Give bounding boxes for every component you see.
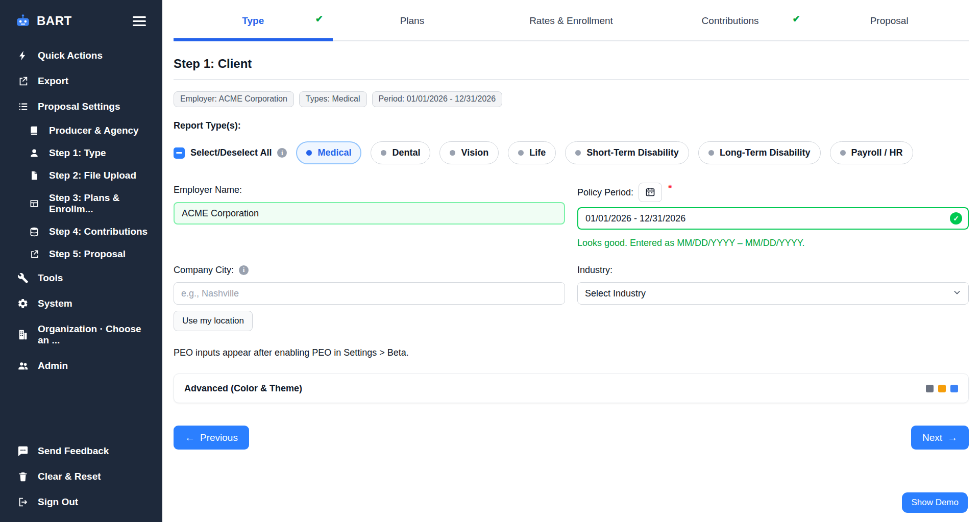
file-icon: [28, 170, 41, 181]
tab-label: Type: [242, 15, 264, 26]
arrow-right-icon: →: [947, 432, 958, 443]
pill-label: Long-Term Disability: [720, 147, 811, 158]
show-demo-button[interactable]: Show Demo: [902, 492, 968, 513]
sidebar-item-system[interactable]: System: [0, 291, 162, 316]
sidebar-item-label: Step 4: Contributions: [49, 226, 148, 237]
select-all-label: Select/Deselect All: [190, 147, 272, 158]
advanced-color-theme-accordion[interactable]: Advanced (Color & Theme): [174, 374, 969, 403]
database-icon: [28, 227, 41, 237]
main-content: Type ✔ Plans Rates & Enrollment Contribu…: [162, 0, 980, 522]
tab-contributions[interactable]: Contributions ✔: [651, 8, 810, 40]
check-icon: ✔: [315, 13, 323, 24]
tab-proposal[interactable]: Proposal: [810, 8, 969, 40]
pill-label: Medical: [317, 147, 351, 158]
arrow-left-icon: ←: [185, 432, 195, 443]
building-icon: [16, 329, 30, 340]
sidebar-item-step4-contributions[interactable]: Step 4: Contributions: [0, 220, 162, 243]
next-button-label: Next: [922, 432, 942, 443]
page-title: Step 1: Client: [174, 57, 969, 71]
book-icon: [28, 126, 41, 136]
policy-period-helper-text: Looks good. Entered as MM/DD/YYYY – MM/D…: [577, 238, 969, 248]
calendar-icon: [645, 187, 655, 198]
gear-icon: [16, 298, 30, 309]
app-window: BART Quick Actions Export Proposal Setti…: [0, 0, 980, 522]
radio-dot-icon: [450, 150, 455, 156]
sidebar-item-step1-type[interactable]: Step 1: Type: [0, 142, 162, 164]
sidebar-footer-nav: Send Feedback Clear & Reset Sign Out: [0, 438, 162, 522]
pill-label: Short-Term Disability: [586, 147, 679, 158]
sidebar-item-step5-proposal[interactable]: Step 5: Proposal: [0, 243, 162, 265]
select-all-checkbox[interactable]: [174, 147, 185, 159]
sidebar-item-sign-out[interactable]: Sign Out: [0, 489, 162, 515]
sidebar-item-label: Clear & Reset: [38, 471, 101, 482]
tab-label: Contributions: [702, 15, 759, 26]
sidebar-item-producer-agency[interactable]: Producer & Agency: [0, 119, 162, 142]
gray-swatch-icon: [926, 385, 934, 392]
sidebar-item-send-feedback[interactable]: Send Feedback: [0, 438, 162, 464]
report-type-vision[interactable]: Vision: [439, 141, 499, 164]
info-icon[interactable]: i: [239, 265, 249, 275]
calendar-button[interactable]: [639, 183, 662, 202]
radio-dot-icon: [518, 150, 524, 156]
advanced-title: Advanced (Color & Theme): [184, 383, 302, 394]
summary-chips: Employer: ACME Corporation Types: Medica…: [174, 91, 969, 107]
orange-swatch-icon: [938, 385, 946, 392]
pill-label: Vision: [461, 147, 488, 158]
use-my-location-button[interactable]: Use my location: [174, 311, 253, 331]
tab-label: Proposal: [870, 15, 909, 26]
tab-rates-enrollment[interactable]: Rates & Enrollment: [492, 8, 651, 40]
sidebar-item-step3-plans-enrollment[interactable]: Step 3: Plans & Enrollm...: [0, 187, 162, 220]
sidebar-item-quick-actions[interactable]: Quick Actions: [0, 43, 162, 68]
radio-dot-icon: [306, 150, 312, 156]
report-type-payroll-hr[interactable]: Payroll / HR: [830, 141, 913, 164]
sidebar-item-proposal-settings[interactable]: Proposal Settings: [0, 94, 162, 119]
tab-plans[interactable]: Plans: [333, 8, 492, 40]
sidebar-item-organization[interactable]: Organization · Choose an ...: [0, 316, 162, 353]
sidebar: BART Quick Actions Export Proposal Setti…: [0, 0, 162, 522]
report-type-dental[interactable]: Dental: [371, 141, 430, 164]
employer-name-input[interactable]: [174, 202, 565, 225]
tab-label: Rates & Enrollment: [529, 15, 613, 26]
sidebar-item-tools[interactable]: Tools: [0, 265, 162, 291]
previous-button[interactable]: ← Previous: [174, 426, 249, 450]
report-type-medical[interactable]: Medical: [296, 141, 361, 164]
select-all-group: Select/Deselect All i: [174, 147, 287, 159]
sidebar-item-clear-reset[interactable]: Clear & Reset: [0, 464, 162, 489]
report-type-long-term-disability[interactable]: Long-Term Disability: [698, 141, 821, 164]
hamburger-menu-icon[interactable]: [131, 14, 148, 28]
pill-label: Life: [529, 147, 546, 158]
radio-dot-icon: [840, 150, 846, 156]
industry-label: Industry:: [577, 263, 969, 277]
company-city-label: Company City:: [174, 265, 234, 276]
sidebar-item-admin[interactable]: Admin: [0, 353, 162, 379]
next-button[interactable]: Next →: [911, 426, 969, 450]
company-city-input[interactable]: [174, 282, 565, 305]
wizard-nav-buttons: ← Previous Next →: [174, 426, 969, 450]
policy-period-label-row: Policy Period: *: [577, 183, 969, 202]
lightning-icon: [16, 50, 30, 61]
sidebar-header: BART: [0, 0, 162, 43]
employer-chip: Employer: ACME Corporation: [174, 91, 294, 107]
industry-select[interactable]: Select Industry: [577, 282, 969, 305]
sidebar-item-label: Step 3: Plans & Enrollm...: [49, 192, 154, 215]
sidebar-item-label: Admin: [38, 360, 68, 371]
report-type-life[interactable]: Life: [508, 141, 556, 164]
info-icon[interactable]: i: [277, 148, 287, 158]
sidebar-item-label: System: [38, 298, 72, 309]
sidebar-item-label: Organization · Choose an ...: [38, 324, 154, 346]
report-type-row: Select/Deselect All i Medical Dental Vis…: [174, 141, 969, 164]
industry-selected-option: Select Industry: [585, 288, 646, 299]
sidebar-item-step2-file-upload[interactable]: Step 2: File Upload: [0, 164, 162, 187]
report-type-short-term-disability[interactable]: Short-Term Disability: [565, 141, 689, 164]
export-icon: [16, 76, 30, 87]
peo-note: PEO inputs appear after enabling PEO in …: [174, 347, 969, 358]
radio-dot-icon: [708, 150, 714, 156]
valid-check-icon: ✓: [950, 212, 962, 225]
sidebar-item-export[interactable]: Export: [0, 68, 162, 94]
radio-dot-icon: [575, 150, 581, 156]
tab-type[interactable]: Type ✔: [174, 8, 333, 40]
sidebar-item-label: Step 2: File Upload: [49, 170, 136, 181]
client-form: Employer Name: Policy Period: * ✓: [174, 183, 969, 331]
chat-icon: [16, 445, 30, 457]
policy-period-input[interactable]: [577, 207, 969, 230]
